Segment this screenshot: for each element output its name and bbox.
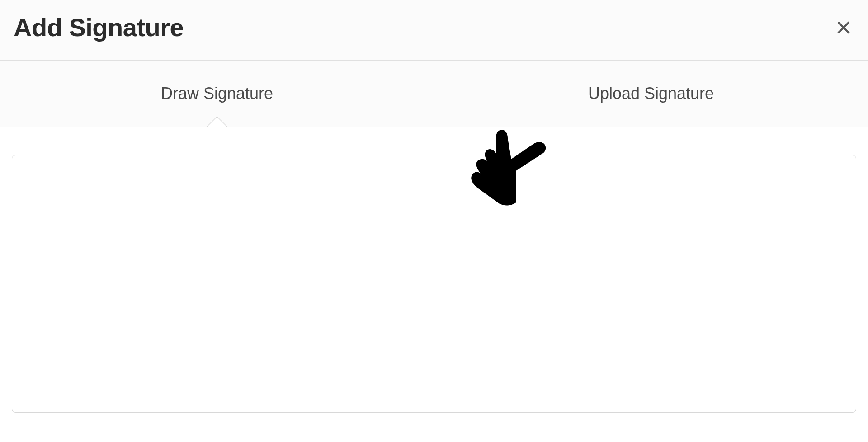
dialog-title: Add Signature — [14, 13, 184, 42]
close-icon — [835, 19, 852, 36]
tabs-bar: Draw Signature Upload Signature — [0, 61, 868, 127]
tab-label: Upload Signature — [588, 84, 714, 103]
signature-draw-canvas[interactable] — [12, 155, 856, 413]
tab-upload-signature[interactable]: Upload Signature — [434, 61, 868, 127]
tab-draw-signature[interactable]: Draw Signature — [0, 61, 434, 127]
content-area — [0, 127, 868, 413]
tab-label: Draw Signature — [161, 84, 273, 103]
close-button[interactable] — [833, 17, 854, 38]
dialog-header: Add Signature — [0, 0, 868, 61]
add-signature-dialog: Add Signature Draw Signature Upload Sign… — [0, 0, 868, 442]
